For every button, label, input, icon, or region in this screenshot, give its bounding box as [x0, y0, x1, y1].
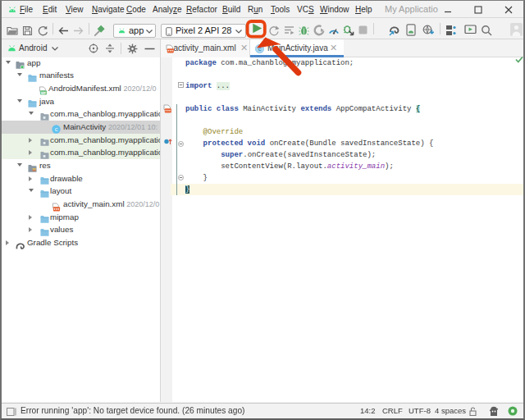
svg-text:c: c — [55, 126, 58, 133]
